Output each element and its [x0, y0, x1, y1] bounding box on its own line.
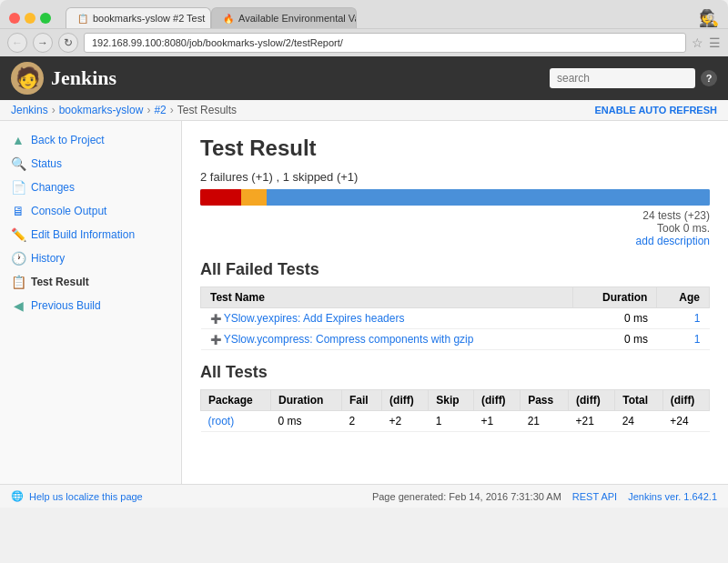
all-test-fail: 2 [341, 411, 381, 432]
jenkins-footer: 🌐 Help us localize this page Page genera… [0, 484, 728, 508]
jenkins-logo-image: 🧑 [11, 62, 44, 95]
jenkins-logo: 🧑 Jenkins [11, 62, 116, 95]
all-test-total: 24 [615, 411, 663, 432]
maximize-button[interactable] [40, 13, 51, 24]
history-icon: 🕐 [11, 251, 25, 266]
auto-refresh-button[interactable]: Enable Auto Refresh [595, 105, 717, 116]
summary-line: 2 failures (+1) , 1 skipped (+1) [200, 170, 710, 184]
sidebar-label-console: Console Output [31, 205, 106, 217]
all-col-duration: Duration [271, 390, 342, 411]
footer-right: Page generated: Feb 14, 2016 7:31:30 AM … [372, 491, 717, 502]
search-input[interactable] [550, 68, 695, 88]
expand-icon: ➕ [210, 335, 221, 345]
all-col-pass: Pass [521, 390, 569, 411]
failed-col-duration: Duration [572, 287, 657, 308]
refresh-button[interactable]: ↻ [58, 33, 78, 53]
main-layout: ▲ Back to Project 🔍 Status 📄 Changes 🖥 C… [0, 121, 728, 484]
nav-icons: ☆ ☰ [692, 35, 721, 50]
sidebar-item-status[interactable]: 🔍 Status [0, 152, 181, 176]
breadcrumb-bookmarks[interactable]: bookmarks-yslow [59, 104, 144, 116]
breadcrumb-sep-3: › [170, 104, 174, 116]
back-button[interactable]: ← [7, 33, 27, 53]
all-col-package: Package [201, 390, 271, 411]
tab-bookmarks-yslow[interactable]: 📋 bookmarks-yslow #2 Test ✕ [66, 7, 211, 28]
breadcrumb: Jenkins › bookmarks-yslow › #2 › Test Re… [11, 104, 237, 116]
all-col-skip-diff: (diff) [473, 390, 520, 411]
help-icon[interactable]: ? [701, 70, 717, 86]
table-row: (root) 0 ms 2 +2 1 +1 21 +21 24 +24 [201, 411, 710, 432]
failed-test-duration: 0 ms [572, 329, 657, 350]
all-col-pass-diff: (diff) [568, 390, 614, 411]
footer-rest-api[interactable]: REST API [572, 491, 617, 502]
footer-localize[interactable]: 🌐 Help us localize this page [11, 490, 143, 502]
edit-icon: ✏️ [11, 227, 25, 242]
sidebar-item-previous-build[interactable]: ◀ Previous Build [0, 294, 181, 317]
all-test-total-diff: +24 [662, 411, 709, 432]
progress-bar-pass [267, 189, 710, 206]
table-row: ➕ YSlow.ycompress: Compress components w… [201, 329, 710, 350]
sidebar-item-console-output[interactable]: 🖥 Console Output [0, 199, 181, 223]
test-result-icon: 📋 [11, 275, 25, 289]
footer-generated: Page generated: Feb 14, 2016 7:31:30 AM [372, 491, 561, 502]
breadcrumb-current: Test Results [177, 104, 237, 116]
back-to-project-icon: ▲ [11, 133, 25, 147]
status-icon: 🔍 [11, 156, 25, 171]
sidebar-label-edit: Edit Build Information [31, 228, 135, 241]
close-button[interactable] [9, 13, 20, 24]
breadcrumb-bar: Jenkins › bookmarks-yslow › #2 › Test Re… [0, 100, 728, 121]
all-tests-table: Package Duration Fail (diff) Skip (diff)… [200, 389, 710, 432]
tab-favicon-2: 🔥 [223, 14, 234, 24]
all-col-fail: Fail [341, 390, 381, 411]
failed-test-name: ➕ YSlow.yexpires: Add Expires headers [201, 308, 573, 329]
all-test-fail-diff: +2 [382, 411, 429, 432]
forward-button[interactable]: → [33, 33, 53, 53]
traffic-lights [9, 13, 51, 24]
tab-close-1[interactable]: ✕ [209, 14, 211, 24]
url-text: 192.168.99.100:8080/job/bookmarks-yslow/… [92, 37, 343, 48]
sidebar-item-changes[interactable]: 📄 Changes [0, 176, 181, 199]
sidebar-label-previous-build: Previous Build [31, 299, 101, 312]
progress-bar [200, 189, 710, 206]
test-meta: 24 tests (+23) Took 0 ms. add descriptio… [200, 209, 710, 247]
menu-icon[interactable]: ☰ [709, 35, 721, 50]
all-test-duration: 0 ms [271, 411, 342, 432]
localize-label: Help us localize this page [29, 491, 143, 502]
add-description-link[interactable]: add description [636, 235, 710, 247]
failed-test-link[interactable]: YSlow.yexpires: Add Expires headers [224, 312, 405, 325]
spy-icon: 🕵 [699, 8, 719, 28]
all-col-fail-diff: (diff) [382, 390, 429, 411]
page-title: Test Result [200, 136, 710, 161]
star-icon[interactable]: ☆ [692, 35, 703, 50]
sidebar-label-changes: Changes [31, 181, 75, 194]
failed-test-link[interactable]: YSlow.ycompress: Compress components wit… [224, 333, 474, 346]
content-area: Test Result 2 failures (+1) , 1 skipped … [182, 121, 728, 484]
breadcrumb-build-num[interactable]: #2 [154, 104, 166, 116]
sidebar-item-history[interactable]: 🕐 History [0, 246, 181, 270]
previous-build-icon: ◀ [11, 298, 25, 313]
failed-col-name: Test Name [201, 287, 573, 308]
sidebar-item-test-result[interactable]: 📋 Test Result [0, 270, 181, 294]
all-test-skip-diff: +1 [473, 411, 520, 432]
console-icon: 🖥 [11, 204, 25, 218]
header-search: ? [550, 68, 717, 88]
minimize-button[interactable] [25, 13, 35, 24]
all-tests-title: All Tests [200, 363, 710, 382]
all-col-total-diff: (diff) [662, 390, 709, 411]
sidebar-item-edit-build[interactable]: ✏️ Edit Build Information [0, 223, 181, 246]
breadcrumb-jenkins[interactable]: Jenkins [11, 104, 48, 116]
tab-label-1: bookmarks-yslow #2 Test [93, 13, 205, 24]
all-test-skip: 1 [429, 411, 474, 432]
url-bar[interactable]: 192.168.99.100:8080/job/bookmarks-yslow/… [84, 33, 686, 53]
failed-test-name: ➕ YSlow.ycompress: Compress components w… [201, 329, 573, 350]
jenkins-page: 🧑 Jenkins ? Jenkins › bookmarks-yslow › … [0, 56, 728, 508]
tabs-bar: 📋 bookmarks-yslow #2 Test ✕ 🔥 Available … [66, 7, 357, 28]
footer-version[interactable]: Jenkins ver. 1.642.1 [628, 491, 717, 502]
failed-test-duration: 0 ms [572, 308, 657, 329]
tab-available-env[interactable]: 🔥 Available Environmental Va... ✕ [211, 7, 357, 28]
jenkins-header: 🧑 Jenkins ? [0, 56, 728, 100]
tab-favicon-1: 📋 [77, 14, 88, 24]
all-col-total: Total [615, 390, 663, 411]
nav-bar: ← → ↻ 192.168.99.100:8080/job/bookmarks-… [0, 28, 728, 56]
sidebar-item-back-to-project[interactable]: ▲ Back to Project [0, 128, 181, 152]
all-col-skip: Skip [429, 390, 474, 411]
